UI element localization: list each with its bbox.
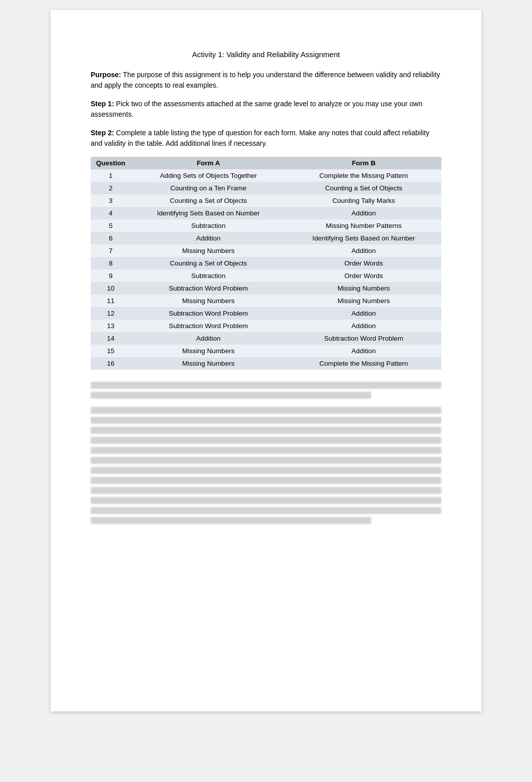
table-row: 6AdditionIdentifying Sets Based on Numbe… xyxy=(91,232,441,244)
cell-formb: Subtraction Word Problem xyxy=(286,332,441,345)
cell-formb: Addition xyxy=(286,320,441,332)
cell-forma: Subtraction Word Problem xyxy=(131,320,286,332)
cell-forma: Subtraction Word Problem xyxy=(131,307,286,320)
cell-forma: Counting a Set of Objects xyxy=(131,194,286,207)
blurred-para-2 xyxy=(91,407,441,524)
table-row: 11Missing NumbersMissing Numbers xyxy=(91,295,441,307)
blurred-line xyxy=(91,392,371,399)
blurred-line xyxy=(91,507,441,514)
question-table-wrapper: Question Form A Form B 1Adding Sets of O… xyxy=(91,157,441,370)
cell-question-num: 4 xyxy=(91,207,131,219)
cell-question-num: 10 xyxy=(91,282,131,295)
blurred-para-1 xyxy=(91,382,441,399)
cell-formb: Order Words xyxy=(286,257,441,270)
table-row: 7Missing NumbersAddition xyxy=(91,244,441,257)
page-container: Activity 1: Validity and Reliability Ass… xyxy=(51,10,481,711)
step1-text: Pick two of the assessments attached at … xyxy=(91,100,422,118)
step1-label: Step 1: xyxy=(91,100,114,108)
cell-formb: Addition xyxy=(286,307,441,320)
cell-question-num: 5 xyxy=(91,219,131,232)
col-header-formb: Form B xyxy=(286,157,441,169)
cell-question-num: 16 xyxy=(91,357,131,370)
purpose-label: Purpose: xyxy=(91,71,121,79)
cell-formb: Missing Number Patterns xyxy=(286,219,441,232)
cell-question-num: 8 xyxy=(91,257,131,270)
table-body: 1Adding Sets of Objects TogetherComplete… xyxy=(91,169,441,370)
cell-formb: Counting Tally Marks xyxy=(286,194,441,207)
cell-formb: Addition xyxy=(286,207,441,219)
cell-question-num: 14 xyxy=(91,332,131,345)
cell-question-num: 12 xyxy=(91,307,131,320)
step2-label: Step 2: xyxy=(91,129,114,137)
table-row: 13Subtraction Word ProblemAddition xyxy=(91,320,441,332)
cell-formb: Addition xyxy=(286,244,441,257)
cell-question-num: 3 xyxy=(91,194,131,207)
cell-formb: Addition xyxy=(286,345,441,357)
cell-question-num: 6 xyxy=(91,232,131,244)
cell-forma: Addition xyxy=(131,232,286,244)
blurred-line xyxy=(91,517,371,524)
question-table: Question Form A Form B 1Adding Sets of O… xyxy=(91,157,441,370)
cell-formb: Missing Numbers xyxy=(286,282,441,295)
blurred-line xyxy=(91,467,441,474)
table-row: 15Missing NumbersAddition xyxy=(91,345,441,357)
table-header-row: Question Form A Form B xyxy=(91,157,441,169)
step2-paragraph: Step 2: Complete a table listing the typ… xyxy=(91,128,441,149)
blurred-line xyxy=(91,427,441,434)
table-row: 14AdditionSubtraction Word Problem xyxy=(91,332,441,345)
blurred-line xyxy=(91,407,441,414)
cell-formb: Identifying Sets Based on Number xyxy=(286,232,441,244)
step1-paragraph: Step 1: Pick two of the assessments atta… xyxy=(91,99,441,120)
blurred-line xyxy=(91,477,441,484)
cell-question-num: 7 xyxy=(91,244,131,257)
cell-formb: Complete the Missing Pattern xyxy=(286,169,441,182)
blurred-line xyxy=(91,487,441,494)
page-title: Activity 1: Validity and Reliability Ass… xyxy=(91,50,441,59)
blurred-line xyxy=(91,382,441,389)
blurred-line xyxy=(91,447,441,454)
table-row: 9SubtractionOrder Words xyxy=(91,270,441,282)
cell-forma: Missing Numbers xyxy=(131,345,286,357)
col-header-forma: Form A xyxy=(131,157,286,169)
cell-forma: Subtraction xyxy=(131,270,286,282)
table-row: 16Missing NumbersComplete the Missing Pa… xyxy=(91,357,441,370)
cell-forma: Adding Sets of Objects Together xyxy=(131,169,286,182)
table-row: 12Subtraction Word ProblemAddition xyxy=(91,307,441,320)
cell-question-num: 2 xyxy=(91,182,131,194)
cell-forma: Addition xyxy=(131,332,286,345)
blurred-section xyxy=(91,382,441,524)
blurred-line xyxy=(91,437,441,444)
table-row: 4Identifying Sets Based on NumberAdditio… xyxy=(91,207,441,219)
cell-question-num: 1 xyxy=(91,169,131,182)
cell-forma: Identifying Sets Based on Number xyxy=(131,207,286,219)
cell-question-num: 11 xyxy=(91,295,131,307)
cell-question-num: 15 xyxy=(91,345,131,357)
cell-formb: Missing Numbers xyxy=(286,295,441,307)
cell-forma: Subtraction xyxy=(131,219,286,232)
purpose-text: The purpose of this assignment is to hel… xyxy=(91,71,440,89)
cell-formb: Order Words xyxy=(286,270,441,282)
cell-forma: Missing Numbers xyxy=(131,295,286,307)
table-row: 5SubtractionMissing Number Patterns xyxy=(91,219,441,232)
table-row: 3Counting a Set of ObjectsCounting Tally… xyxy=(91,194,441,207)
col-header-question: Question xyxy=(91,157,131,169)
table-row: 10Subtraction Word ProblemMissing Number… xyxy=(91,282,441,295)
step2-text: Complete a table listing the type of que… xyxy=(91,129,429,147)
table-row: 8Counting a Set of ObjectsOrder Words xyxy=(91,257,441,270)
cell-formb: Complete the Missing Pattern xyxy=(286,357,441,370)
blurred-line xyxy=(91,457,441,464)
purpose-paragraph: Purpose: The purpose of this assignment … xyxy=(91,70,441,91)
cell-formb: Counting a Set of Objects xyxy=(286,182,441,194)
blurred-line xyxy=(91,417,441,424)
cell-question-num: 13 xyxy=(91,320,131,332)
cell-forma: Counting on a Ten Frame xyxy=(131,182,286,194)
blurred-line xyxy=(91,497,441,504)
cell-forma: Missing Numbers xyxy=(131,244,286,257)
cell-question-num: 9 xyxy=(91,270,131,282)
table-row: 1Adding Sets of Objects TogetherComplete… xyxy=(91,169,441,182)
table-row: 2Counting on a Ten FrameCounting a Set o… xyxy=(91,182,441,194)
cell-forma: Counting a Set of Objects xyxy=(131,257,286,270)
cell-forma: Subtraction Word Problem xyxy=(131,282,286,295)
cell-forma: Missing Numbers xyxy=(131,357,286,370)
